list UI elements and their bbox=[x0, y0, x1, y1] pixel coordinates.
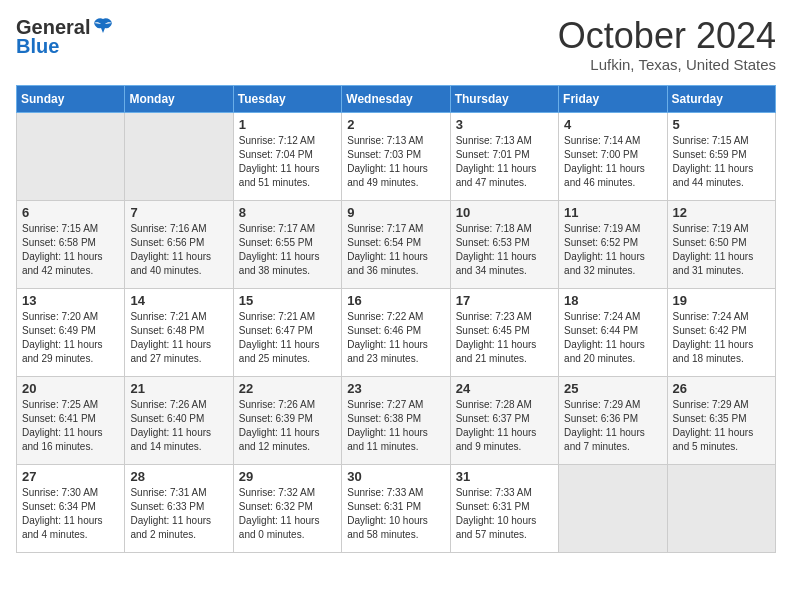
day-number: 15 bbox=[239, 293, 336, 308]
day-info: Sunrise: 7:24 AMSunset: 6:42 PMDaylight:… bbox=[673, 310, 770, 366]
column-header-monday: Monday bbox=[125, 85, 233, 112]
day-info: Sunrise: 7:29 AMSunset: 6:36 PMDaylight:… bbox=[564, 398, 661, 454]
day-info: Sunrise: 7:17 AMSunset: 6:54 PMDaylight:… bbox=[347, 222, 444, 278]
logo-blue-text: Blue bbox=[16, 35, 59, 58]
day-number: 6 bbox=[22, 205, 119, 220]
calendar-day-cell: 31Sunrise: 7:33 AMSunset: 6:31 PMDayligh… bbox=[450, 464, 558, 552]
day-info: Sunrise: 7:13 AMSunset: 7:01 PMDaylight:… bbox=[456, 134, 553, 190]
calendar-day-cell bbox=[125, 112, 233, 200]
day-info: Sunrise: 7:13 AMSunset: 7:03 PMDaylight:… bbox=[347, 134, 444, 190]
column-header-sunday: Sunday bbox=[17, 85, 125, 112]
day-info: Sunrise: 7:18 AMSunset: 6:53 PMDaylight:… bbox=[456, 222, 553, 278]
calendar-day-cell: 9Sunrise: 7:17 AMSunset: 6:54 PMDaylight… bbox=[342, 200, 450, 288]
page-header: General Blue October 2024 Lufkin, Texas,… bbox=[16, 16, 776, 73]
day-info: Sunrise: 7:16 AMSunset: 6:56 PMDaylight:… bbox=[130, 222, 227, 278]
day-info: Sunrise: 7:12 AMSunset: 7:04 PMDaylight:… bbox=[239, 134, 336, 190]
calendar-day-cell: 10Sunrise: 7:18 AMSunset: 6:53 PMDayligh… bbox=[450, 200, 558, 288]
calendar-day-cell: 11Sunrise: 7:19 AMSunset: 6:52 PMDayligh… bbox=[559, 200, 667, 288]
calendar-day-cell: 6Sunrise: 7:15 AMSunset: 6:58 PMDaylight… bbox=[17, 200, 125, 288]
day-number: 1 bbox=[239, 117, 336, 132]
calendar-day-cell: 12Sunrise: 7:19 AMSunset: 6:50 PMDayligh… bbox=[667, 200, 775, 288]
day-info: Sunrise: 7:22 AMSunset: 6:46 PMDaylight:… bbox=[347, 310, 444, 366]
calendar-table: SundayMondayTuesdayWednesdayThursdayFrid… bbox=[16, 85, 776, 553]
day-info: Sunrise: 7:27 AMSunset: 6:38 PMDaylight:… bbox=[347, 398, 444, 454]
column-header-thursday: Thursday bbox=[450, 85, 558, 112]
calendar-day-cell: 19Sunrise: 7:24 AMSunset: 6:42 PMDayligh… bbox=[667, 288, 775, 376]
calendar-header-row: SundayMondayTuesdayWednesdayThursdayFrid… bbox=[17, 85, 776, 112]
day-number: 2 bbox=[347, 117, 444, 132]
calendar-day-cell: 26Sunrise: 7:29 AMSunset: 6:35 PMDayligh… bbox=[667, 376, 775, 464]
day-number: 24 bbox=[456, 381, 553, 396]
day-number: 19 bbox=[673, 293, 770, 308]
calendar-day-cell bbox=[17, 112, 125, 200]
calendar-day-cell: 8Sunrise: 7:17 AMSunset: 6:55 PMDaylight… bbox=[233, 200, 341, 288]
day-info: Sunrise: 7:24 AMSunset: 6:44 PMDaylight:… bbox=[564, 310, 661, 366]
day-info: Sunrise: 7:26 AMSunset: 6:40 PMDaylight:… bbox=[130, 398, 227, 454]
calendar-day-cell: 23Sunrise: 7:27 AMSunset: 6:38 PMDayligh… bbox=[342, 376, 450, 464]
column-header-saturday: Saturday bbox=[667, 85, 775, 112]
calendar-week-row: 13Sunrise: 7:20 AMSunset: 6:49 PMDayligh… bbox=[17, 288, 776, 376]
day-info: Sunrise: 7:28 AMSunset: 6:37 PMDaylight:… bbox=[456, 398, 553, 454]
title-area: October 2024 Lufkin, Texas, United State… bbox=[558, 16, 776, 73]
calendar-week-row: 27Sunrise: 7:30 AMSunset: 6:34 PMDayligh… bbox=[17, 464, 776, 552]
day-number: 8 bbox=[239, 205, 336, 220]
day-info: Sunrise: 7:20 AMSunset: 6:49 PMDaylight:… bbox=[22, 310, 119, 366]
day-number: 29 bbox=[239, 469, 336, 484]
day-number: 23 bbox=[347, 381, 444, 396]
calendar-day-cell: 29Sunrise: 7:32 AMSunset: 6:32 PMDayligh… bbox=[233, 464, 341, 552]
calendar-day-cell: 15Sunrise: 7:21 AMSunset: 6:47 PMDayligh… bbox=[233, 288, 341, 376]
day-number: 10 bbox=[456, 205, 553, 220]
day-info: Sunrise: 7:33 AMSunset: 6:31 PMDaylight:… bbox=[456, 486, 553, 542]
day-info: Sunrise: 7:29 AMSunset: 6:35 PMDaylight:… bbox=[673, 398, 770, 454]
day-number: 13 bbox=[22, 293, 119, 308]
calendar-day-cell: 16Sunrise: 7:22 AMSunset: 6:46 PMDayligh… bbox=[342, 288, 450, 376]
day-info: Sunrise: 7:21 AMSunset: 6:47 PMDaylight:… bbox=[239, 310, 336, 366]
day-info: Sunrise: 7:33 AMSunset: 6:31 PMDaylight:… bbox=[347, 486, 444, 542]
day-number: 9 bbox=[347, 205, 444, 220]
day-info: Sunrise: 7:15 AMSunset: 6:59 PMDaylight:… bbox=[673, 134, 770, 190]
calendar-week-row: 20Sunrise: 7:25 AMSunset: 6:41 PMDayligh… bbox=[17, 376, 776, 464]
day-number: 4 bbox=[564, 117, 661, 132]
column-header-friday: Friday bbox=[559, 85, 667, 112]
day-info: Sunrise: 7:21 AMSunset: 6:48 PMDaylight:… bbox=[130, 310, 227, 366]
calendar-day-cell bbox=[559, 464, 667, 552]
day-number: 28 bbox=[130, 469, 227, 484]
calendar-day-cell: 1Sunrise: 7:12 AMSunset: 7:04 PMDaylight… bbox=[233, 112, 341, 200]
calendar-day-cell: 20Sunrise: 7:25 AMSunset: 6:41 PMDayligh… bbox=[17, 376, 125, 464]
day-info: Sunrise: 7:19 AMSunset: 6:50 PMDaylight:… bbox=[673, 222, 770, 278]
calendar-day-cell: 13Sunrise: 7:20 AMSunset: 6:49 PMDayligh… bbox=[17, 288, 125, 376]
calendar-day-cell: 7Sunrise: 7:16 AMSunset: 6:56 PMDaylight… bbox=[125, 200, 233, 288]
day-number: 16 bbox=[347, 293, 444, 308]
calendar-day-cell: 4Sunrise: 7:14 AMSunset: 7:00 PMDaylight… bbox=[559, 112, 667, 200]
logo: General Blue bbox=[16, 16, 114, 58]
calendar-day-cell: 17Sunrise: 7:23 AMSunset: 6:45 PMDayligh… bbox=[450, 288, 558, 376]
day-number: 22 bbox=[239, 381, 336, 396]
day-info: Sunrise: 7:25 AMSunset: 6:41 PMDaylight:… bbox=[22, 398, 119, 454]
calendar-day-cell: 14Sunrise: 7:21 AMSunset: 6:48 PMDayligh… bbox=[125, 288, 233, 376]
calendar-week-row: 6Sunrise: 7:15 AMSunset: 6:58 PMDaylight… bbox=[17, 200, 776, 288]
calendar-day-cell: 18Sunrise: 7:24 AMSunset: 6:44 PMDayligh… bbox=[559, 288, 667, 376]
day-number: 7 bbox=[130, 205, 227, 220]
calendar-day-cell: 3Sunrise: 7:13 AMSunset: 7:01 PMDaylight… bbox=[450, 112, 558, 200]
day-number: 3 bbox=[456, 117, 553, 132]
day-number: 21 bbox=[130, 381, 227, 396]
day-info: Sunrise: 7:30 AMSunset: 6:34 PMDaylight:… bbox=[22, 486, 119, 542]
day-number: 18 bbox=[564, 293, 661, 308]
day-number: 31 bbox=[456, 469, 553, 484]
calendar-title: October 2024 bbox=[558, 16, 776, 56]
day-info: Sunrise: 7:19 AMSunset: 6:52 PMDaylight:… bbox=[564, 222, 661, 278]
day-info: Sunrise: 7:17 AMSunset: 6:55 PMDaylight:… bbox=[239, 222, 336, 278]
calendar-day-cell bbox=[667, 464, 775, 552]
day-info: Sunrise: 7:15 AMSunset: 6:58 PMDaylight:… bbox=[22, 222, 119, 278]
logo-bird-icon bbox=[92, 15, 114, 37]
day-info: Sunrise: 7:31 AMSunset: 6:33 PMDaylight:… bbox=[130, 486, 227, 542]
calendar-day-cell: 22Sunrise: 7:26 AMSunset: 6:39 PMDayligh… bbox=[233, 376, 341, 464]
day-info: Sunrise: 7:26 AMSunset: 6:39 PMDaylight:… bbox=[239, 398, 336, 454]
day-info: Sunrise: 7:14 AMSunset: 7:00 PMDaylight:… bbox=[564, 134, 661, 190]
day-number: 5 bbox=[673, 117, 770, 132]
day-number: 11 bbox=[564, 205, 661, 220]
calendar-day-cell: 5Sunrise: 7:15 AMSunset: 6:59 PMDaylight… bbox=[667, 112, 775, 200]
calendar-subtitle: Lufkin, Texas, United States bbox=[558, 56, 776, 73]
calendar-week-row: 1Sunrise: 7:12 AMSunset: 7:04 PMDaylight… bbox=[17, 112, 776, 200]
calendar-day-cell: 27Sunrise: 7:30 AMSunset: 6:34 PMDayligh… bbox=[17, 464, 125, 552]
